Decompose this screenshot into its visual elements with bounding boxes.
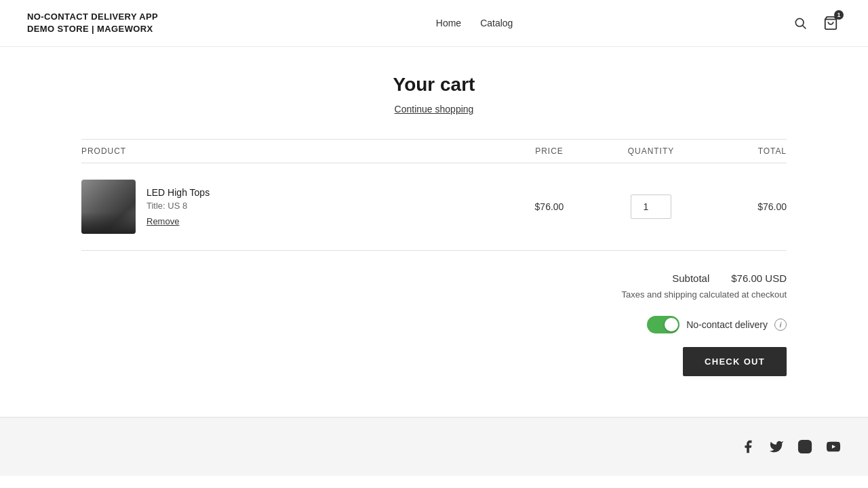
page-title: Your cart <box>81 74 787 96</box>
product-name: LED High Tops <box>146 187 210 198</box>
cart-button[interactable]: 1 <box>821 13 841 33</box>
social-links <box>27 439 841 454</box>
column-total: TOTAL <box>705 146 787 156</box>
subtotal-label: Subtotal <box>672 272 709 284</box>
help-icon[interactable]: i <box>774 319 787 331</box>
svg-line-1 <box>803 26 806 29</box>
twitter-icon[interactable] <box>769 439 784 454</box>
quantity-col <box>597 195 705 219</box>
no-contact-toggle[interactable] <box>647 316 679 333</box>
cart-badge: 1 <box>834 10 844 20</box>
instagram-icon[interactable] <box>797 439 812 454</box>
no-contact-row: No-contact delivery i <box>647 316 787 333</box>
column-quantity: QUANTITY <box>597 146 705 156</box>
product-image <box>81 180 136 234</box>
header-actions: 1 <box>791 13 841 33</box>
subtotal-row: Subtotal $76.00 USD <box>672 272 787 284</box>
facebook-icon[interactable] <box>741 439 755 454</box>
svg-point-0 <box>795 19 804 27</box>
nav-home[interactable]: Home <box>436 18 461 28</box>
cart-summary: Subtotal $76.00 USD Taxes and shipping c… <box>81 272 787 376</box>
site-header: NO-CONTACT DELIVERY APP DEMO STORE | MAG… <box>0 0 868 47</box>
tax-note: Taxes and shipping calculated at checkou… <box>621 289 787 300</box>
product-price: $76.00 <box>502 201 597 212</box>
search-icon <box>793 16 807 30</box>
table-row: LED High Tops Title: US 8 Remove $76.00 … <box>81 163 787 251</box>
cart-page: Your cart Continue shopping PRODUCT PRIC… <box>68 47 800 417</box>
remove-link[interactable]: Remove <box>146 216 210 226</box>
nav-catalog[interactable]: Catalog <box>480 18 513 28</box>
product-info: LED High Tops Title: US 8 Remove <box>146 187 210 226</box>
product-col: LED High Tops Title: US 8 Remove <box>81 180 502 234</box>
product-total: $76.00 <box>705 201 787 212</box>
quantity-input[interactable] <box>631 195 671 219</box>
continue-shopping-link[interactable]: Continue shopping <box>81 104 787 115</box>
column-price: PRICE <box>502 146 597 156</box>
subtotal-value: $76.00 USD <box>731 272 787 284</box>
main-nav: Home Catalog <box>436 18 513 28</box>
column-product: PRODUCT <box>81 146 502 156</box>
checkout-button[interactable]: CHECK OUT <box>683 347 787 376</box>
store-name: NO-CONTACT DELIVERY APP DEMO STORE | MAG… <box>27 11 158 35</box>
youtube-icon[interactable] <box>826 439 841 454</box>
cart-table-header: PRODUCT PRICE QUANTITY TOTAL <box>81 139 787 163</box>
no-contact-label: No-contact delivery <box>686 319 768 330</box>
search-button[interactable] <box>791 14 810 33</box>
product-variant: Title: US 8 <box>146 201 210 211</box>
site-footer <box>0 417 868 476</box>
